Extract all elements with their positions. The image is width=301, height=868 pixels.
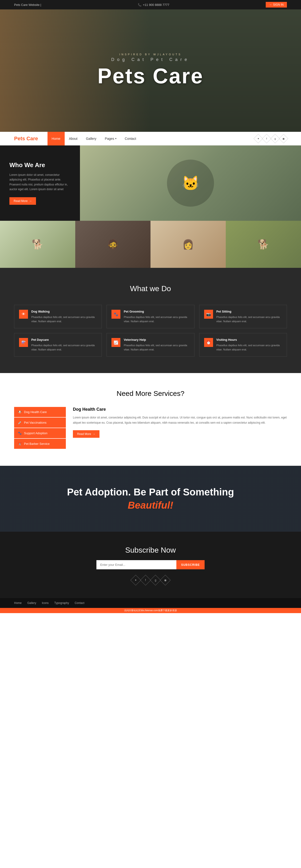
adoption-line1: Pet Adoption. Be Part of Something: [67, 487, 234, 498]
services-sidebar: 🐶 Dog Health Care 💉 Pet Vaccinations 🐾 S…: [14, 407, 66, 449]
cat-image: 🐱: [80, 146, 301, 221]
hero-main-title: Pets Care: [97, 64, 203, 88]
watermark-text: 访问闪客站社区bbs.feienao.com免费下载更多资源: [124, 609, 177, 612]
service-title-visiting-hours: Visiting Hours: [216, 338, 282, 341]
bottom-nav-icons[interactable]: Icons: [42, 601, 49, 604]
who-read-more-button[interactable]: Read More →: [9, 197, 36, 205]
subscribe-section: Subscribe Now SUBSCRIBE ✦ f g ◉: [0, 532, 301, 598]
subscribe-title: Subscribe Now: [14, 546, 287, 555]
who-we-are-text: Who We Are Lorem ipsum dolor sit amet, c…: [0, 146, 80, 221]
service-card-visiting-hours: ⏰ Visiting Hours Phasellus dapibus felis…: [199, 333, 287, 356]
barber-icon: ✂️: [18, 442, 22, 445]
service-icon-pet-grooming: 🐾: [111, 310, 121, 319]
nav-item-gallery[interactable]: Gallery: [81, 132, 100, 146]
who-description: Lorem ipsum dolor sit amet, consectetur …: [9, 173, 71, 192]
subscribe-social-facebook[interactable]: f: [140, 575, 151, 586]
service-card-pet-daycare: ⚗️ Pet Daycare Phasellus dapibus felis e…: [14, 333, 102, 356]
service-desc-pet-grooming: Phasellus dapibus felis elit, sed accums…: [124, 315, 189, 323]
service-desc-visiting-hours: Phasellus dapibus felis elit, sed accums…: [216, 343, 282, 352]
social-icon-google[interactable]: g: [270, 134, 280, 143]
more-services-section: Need More Services? 🐶 Dog Health Care 💉 …: [0, 373, 301, 466]
service-title-pet-sitting: Pet Sitting: [216, 310, 282, 313]
sign-in-arrow-icon: →: [269, 3, 272, 6]
photo-2-image: 🧔: [75, 221, 150, 268]
bottom-nav-typography[interactable]: Typography: [54, 601, 69, 604]
subscribe-social-instagram[interactable]: ◉: [160, 575, 170, 586]
who-title: Who We Are: [9, 161, 71, 169]
service-title-vet-help: Veterinary Help: [124, 338, 189, 341]
services-detail-content: Dog Health Care Lorem ipsum dolor sit am…: [73, 407, 287, 449]
bottom-nav-gallery[interactable]: Gallery: [27, 601, 36, 604]
hero-inspired-text: INSPIRED BY WJLAYOUTS: [97, 53, 203, 56]
service-desc-vet-help: Phasellus dapibus felis elit, sed accums…: [124, 343, 189, 352]
site-brand-label: Pets Care Website |: [14, 3, 41, 7]
service-content-pet-daycare: Pet Daycare Phasellus dapibus felis elit…: [31, 338, 97, 352]
service-desc-pet-sitting: Phasellus dapibus felis elit, sed accums…: [216, 315, 282, 323]
arrow-right-icon: →: [29, 199, 32, 203]
phone-number: +11 900 8888 7777: [143, 3, 169, 7]
services-grid: 👁 Dog Walking Phasellus dapibus felis el…: [14, 305, 287, 356]
read-more-arrow-icon: →: [92, 432, 95, 436]
social-icon-instagram[interactable]: ◉: [279, 134, 288, 143]
dropdown-icon: ▾: [115, 137, 116, 140]
watermark-bar: 访问闪客站社区bbs.feienao.com免费下载更多资源: [0, 608, 301, 613]
hero-sub-title: Dog Cat Pet Care: [97, 57, 203, 62]
more-services-read-more-button[interactable]: Read More →: [73, 430, 99, 438]
navbar: Pets Care Home About Gallery Pages ▾ Con…: [0, 132, 301, 146]
social-icon-facebook[interactable]: f: [262, 134, 271, 143]
what-we-do-section: What we Do 👁 Dog Walking Phasellus dapib…: [0, 268, 301, 373]
service-card-pet-sitting: 📷 Pet Sitting Phasellus dapibus felis el…: [199, 305, 287, 328]
adoption-line2: Beautiful!: [128, 500, 173, 511]
bottom-nav: Home Gallery Icons Typography Contact: [0, 598, 301, 608]
nav-item-home[interactable]: Home: [47, 132, 65, 146]
cat-emoji: 🐱: [182, 175, 199, 192]
service-content-pet-grooming: Pet Grooming Phasellus dapibus felis eli…: [124, 310, 189, 323]
service-title-pet-daycare: Pet Daycare: [31, 338, 97, 341]
navbar-menu: Home About Gallery Pages ▾ Contact: [47, 132, 255, 146]
nav-item-about[interactable]: About: [65, 132, 82, 146]
bottom-nav-home[interactable]: Home: [14, 601, 22, 604]
subscribe-button[interactable]: SUBSCRIBE: [176, 560, 205, 569]
service-card-pet-grooming: 🐾 Pet Grooming Phasellus dapibus felis e…: [106, 305, 194, 328]
photo-cell-3: 👩: [150, 221, 226, 268]
sidebar-item-dog-health-care[interactable]: 🐶 Dog Health Care: [14, 407, 66, 417]
sidebar-item-support-adoption[interactable]: 🐾 Support Adoption: [14, 428, 66, 438]
who-we-are-image: 🐱: [80, 146, 301, 221]
sidebar-item-pet-barber[interactable]: ✂️ Pet Barber Service: [14, 439, 66, 449]
more-services-layout: 🐶 Dog Health Care 💉 Pet Vaccinations 🐾 S…: [14, 407, 287, 449]
bottom-nav-contact[interactable]: Contact: [74, 601, 84, 604]
adoption-banner: Pet Adoption. Be Part of Something Beaut…: [0, 466, 301, 532]
photo-1-image: 🐕: [0, 221, 75, 268]
service-desc-pet-daycare: Phasellus dapibus felis elit, sed accums…: [31, 343, 97, 352]
photo-cell-1: 🐕: [0, 221, 75, 268]
photo-grid: 🐕 🧔 👩 🐕: [0, 221, 301, 268]
service-icon-dog-walking: 👁: [19, 310, 28, 319]
subscribe-email-input[interactable]: [96, 560, 176, 569]
subscribe-social-twitter[interactable]: ✦: [130, 575, 141, 586]
service-content-visiting-hours: Visiting Hours Phasellus dapibus felis e…: [216, 338, 282, 352]
photo-3-image: 👩: [150, 221, 226, 268]
more-services-title: Need More Services?: [14, 390, 287, 398]
nav-item-contact[interactable]: Contact: [121, 132, 140, 146]
navbar-brand[interactable]: Pets Care: [14, 135, 38, 142]
subscribe-social-google[interactable]: g: [150, 575, 161, 586]
who-we-are-section: Who We Are Lorem ipsum dolor sit amet, c…: [0, 146, 301, 221]
subscribe-form: SUBSCRIBE: [14, 560, 287, 569]
services-content-text: Lorem ipsum dolor sit amet, consectetur …: [73, 415, 287, 425]
services-content-title: Dog Health Care: [73, 407, 287, 412]
dog-health-icon: 🐶: [18, 410, 22, 414]
sign-in-button[interactable]: → SIGN IN: [266, 2, 287, 7]
service-title-dog-walking: Dog Walking: [31, 310, 97, 313]
sidebar-item-pet-vaccinations[interactable]: 💉 Pet Vaccinations: [14, 417, 66, 428]
subscribe-social-links: ✦ f g ◉: [14, 577, 287, 584]
service-card-dog-walking: 👁 Dog Walking Phasellus dapibus felis el…: [14, 305, 102, 328]
cat-image-placeholder: 🐱: [167, 160, 214, 207]
service-content-vet-help: Veterinary Help Phasellus dapibus felis …: [124, 338, 189, 352]
what-we-do-title: What we Do: [14, 284, 287, 293]
service-icon-pet-sitting: 📷: [204, 310, 213, 319]
top-bar: Pets Care Website | 📞 +11 900 8888 7777 …: [0, 0, 301, 9]
social-icon-twitter[interactable]: ✦: [254, 134, 263, 143]
service-icon-vet-help: 📈: [111, 338, 121, 347]
service-card-vet-help: 📈 Veterinary Help Phasellus dapibus feli…: [106, 333, 194, 356]
nav-item-pages[interactable]: Pages ▾: [101, 132, 121, 146]
